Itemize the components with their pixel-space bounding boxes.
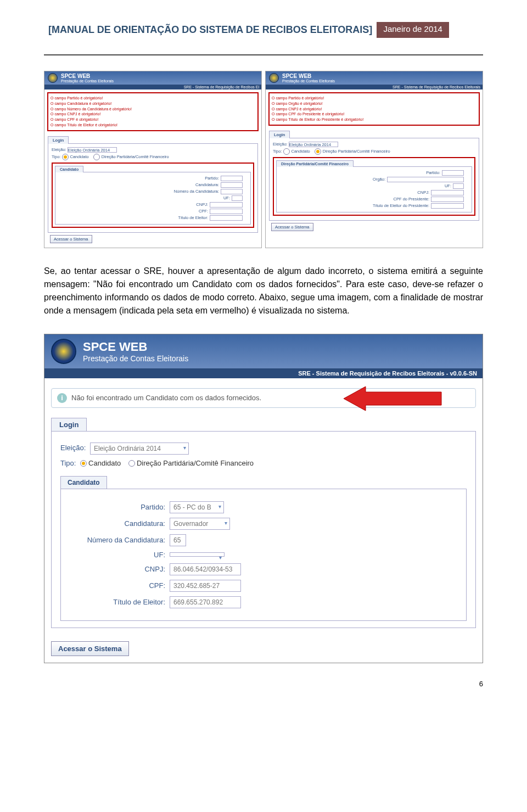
app-subtitle: Prestação de Contas Eleitorais (83, 354, 188, 363)
cnpj-input[interactable]: 86.046.542/0934-53 (170, 563, 241, 575)
radio-candidato[interactable] (283, 148, 290, 155)
radio-candidato[interactable] (80, 460, 87, 467)
numero-input[interactable]: 65 (170, 534, 186, 546)
candidato-tab[interactable]: Candidato (60, 476, 107, 489)
cpf-input[interactable] (210, 209, 243, 214)
cpf-input[interactable] (431, 197, 464, 202)
red-arrow-icon (344, 385, 442, 412)
login-tab[interactable]: Login (269, 131, 290, 138)
cnpj-input[interactable] (210, 202, 243, 208)
login-tab[interactable]: Login (48, 136, 69, 144)
uf-row: UF: (279, 183, 469, 189)
sre-strip: SRE - Sistema de Requisição de Recibos E… (44, 368, 483, 378)
emblem-icon (51, 339, 76, 364)
acessar-button[interactable]: Acessar o Sistema (51, 641, 129, 656)
titulo-label: Título de Eleitor: (72, 598, 165, 606)
cpf-label: CPF do Presidente: (394, 197, 429, 201)
cpf-row: CPF: 320.452.685-27 (72, 580, 455, 592)
candidato-body: Partido: Candidatura: Número da Candidat… (55, 172, 251, 225)
candidatura-row: Candidatura: (58, 182, 248, 188)
titulo-input[interactable] (431, 203, 464, 209)
error-line: O campo Partido é obrigatório! (51, 96, 255, 101)
numero-row: Número da Candidatura: 65 (72, 534, 455, 546)
partido-select[interactable] (221, 176, 243, 181)
tipo-opt1: Candidato (70, 154, 89, 159)
app-header-bar: SPCE WEB Prestação de Contas Eleitorais (44, 71, 261, 85)
login-body: Eleição: Eleição Ordinária 2014 Tipo: Ca… (48, 143, 258, 233)
radio-direcao[interactable] (93, 154, 100, 160)
candidatura-select[interactable]: Governador (170, 518, 230, 530)
eleicao-select[interactable]: Eleição Ordinária 2014 (68, 147, 117, 153)
error-line: O campo CPF é obrigatório! (51, 117, 255, 122)
document-header: [MANUAL DE ORIENTAÇÃO DO SISTEMA DE RECI… (44, 22, 483, 38)
cpf-row: CPF do Presidente: (279, 197, 469, 202)
cnpj-input[interactable] (431, 190, 464, 195)
error-box: O campo Partido é obrigatório! O campo C… (47, 92, 259, 131)
login-area: Login Eleição: Eleição Ordinária 2014 Ti… (266, 128, 483, 236)
app-title: SPCE WEB (282, 73, 335, 79)
eleicao-select[interactable]: Eleição Ordinária 2014 (289, 142, 338, 147)
uf-input[interactable] (453, 183, 464, 189)
eleicao-label: Eleição: (60, 444, 86, 452)
uf-input[interactable] (232, 195, 243, 201)
login-tab[interactable]: Login (51, 418, 87, 431)
cpf-input[interactable]: 320.452.685-27 (170, 580, 241, 592)
partido-row: Partido: (58, 176, 248, 181)
tipo-opt2: Direção Partidária/Comitê Financeiro (323, 149, 390, 154)
app-title: SPCE WEB (83, 340, 188, 354)
titulo-input[interactable]: 669.655.270.892 (170, 596, 241, 608)
eleicao-row: Eleição: Eleição Ordinária 2014 (52, 147, 254, 153)
acessar-button[interactable]: Acessar o Sistema (50, 235, 92, 243)
acessar-button[interactable]: Acessar o Sistema (271, 223, 313, 231)
numero-input[interactable] (221, 189, 243, 194)
tipo-opt2: Direção Partidária/Comitê Financeiro (102, 154, 169, 159)
candidatura-select[interactable] (221, 182, 243, 188)
tipo-label: Tipo: (52, 154, 60, 159)
login-area: Login Eleição: Eleição Ordinária 2014 Ti… (44, 134, 261, 248)
direcao-tab[interactable]: Direção Partidária/Comitê Financeiro (276, 160, 354, 167)
info-message-text: Não foi encontrado um Candidato com os d… (71, 394, 261, 402)
tipo-opt1: Candidato (88, 459, 121, 467)
cpf-row: CPF: (58, 209, 248, 214)
cnpj-label: CNPJ: (196, 202, 208, 207)
orgao-select[interactable] (387, 177, 464, 182)
screenshots-row: SPCE WEB Prestação de Contas Eleitorais … (44, 71, 483, 248)
tipo-row: Tipo: Candidato Direção Partidária/Comit… (52, 154, 254, 160)
error-line: O campo Orgão é obrigatório! (272, 101, 476, 107)
uf-select[interactable] (170, 552, 225, 557)
login-body: Eleição: Eleição Ordinária 2014 Tipo: Ca… (269, 138, 479, 221)
screenshot-right: SPCE WEB Prestação de Contas Eleitorais … (265, 71, 483, 248)
titulo-label: Título de Eleitor do Presidente: (373, 203, 429, 208)
cpf-label: CPF: (72, 581, 165, 590)
uf-label: UF: (223, 195, 230, 200)
eleicao-select[interactable]: Eleição Ordinária 2014 (90, 443, 189, 455)
cnpj-row: CNPJ: 86.046.542/0934-53 (72, 563, 455, 575)
partido-select[interactable]: 65 - PC do B (170, 501, 224, 513)
page: [MANUAL DE ORIENTAÇÃO DO SISTEMA DE RECI… (0, 0, 527, 710)
tipo-opt2: Direção Partidária/Comitê Financeiro (137, 459, 254, 467)
titulo-row: Título de Eleitor do Presidente: (279, 203, 469, 209)
app-title: SPCE WEB (61, 73, 114, 79)
error-line: O campo CNPJ é obrigatório! (51, 111, 255, 117)
orgao-label: Orgão: (373, 177, 385, 182)
partido-label: Partido: (205, 176, 219, 181)
tipo-opt1: Candidato (291, 149, 310, 154)
candidato-frame: Candidato Partido: Candidatura: Número d… (52, 163, 254, 228)
radio-candidato[interactable] (62, 154, 69, 160)
radio-direcao[interactable] (315, 148, 321, 155)
titulo-row: Título de Eleitor: 669.655.270.892 (72, 596, 455, 608)
error-box: O campo Partido é obrigatório! O campo O… (268, 92, 480, 126)
candidato-tab[interactable]: Candidato (55, 166, 83, 172)
titulo-input[interactable] (210, 215, 243, 221)
tipo-label: Tipo: (60, 459, 76, 467)
tipo-label: Tipo: (273, 149, 282, 154)
error-line: O campo CNPJ é obrigatório! (272, 107, 476, 112)
uf-label: UF: (445, 183, 451, 188)
screenshot-large: SPCE WEB Prestação de Contas Eleitorais … (44, 334, 483, 663)
tipo-row: Tipo: Candidato Direção Partidária/Comit… (60, 459, 467, 467)
cnpj-label: CNPJ: (72, 565, 165, 573)
cpf-label: CPF: (199, 209, 208, 214)
partido-select[interactable] (442, 170, 464, 176)
radio-direcao[interactable] (128, 460, 135, 467)
orgao-row: Orgão: (279, 177, 469, 182)
